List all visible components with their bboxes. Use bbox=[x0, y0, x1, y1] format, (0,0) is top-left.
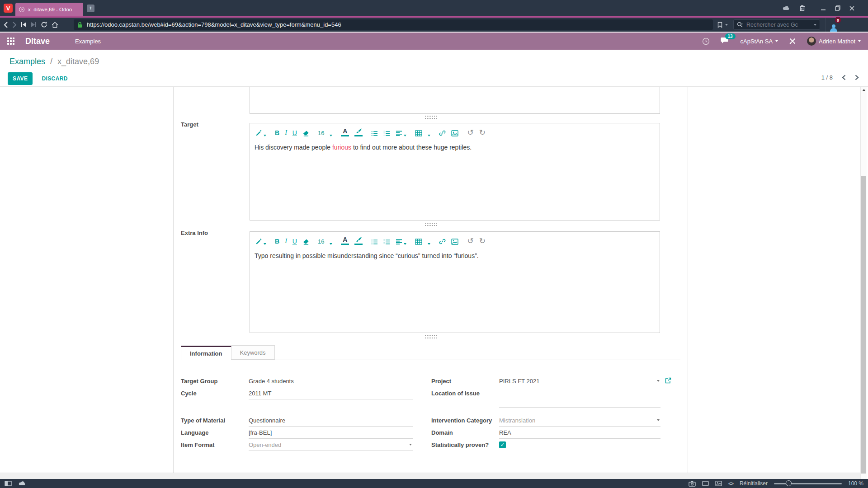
italic-button[interactable]: I bbox=[285, 237, 287, 245]
bold-button[interactable]: B bbox=[275, 128, 279, 136]
zoom-slider[interactable] bbox=[774, 483, 842, 484]
undo-icon[interactable]: ↺ bbox=[467, 128, 473, 136]
user-menu[interactable]: Adrien Mathot bbox=[807, 37, 861, 46]
text-color-button[interactable]: A bbox=[341, 236, 349, 245]
profile-button[interactable]: 0 bbox=[826, 18, 841, 32]
zoom-slider-knob[interactable] bbox=[786, 480, 792, 486]
highlight-color-button[interactable] bbox=[354, 237, 363, 245]
bookmark-icon[interactable] bbox=[717, 22, 722, 28]
apps-menu-icon[interactable] bbox=[7, 38, 14, 45]
editor-resize-handle[interactable] bbox=[425, 116, 437, 119]
underline-button[interactable]: U bbox=[292, 128, 297, 136]
extra-info-text[interactable]: Typo resulting in possible misunderstand… bbox=[250, 247, 660, 259]
redo-icon[interactable]: ↻ bbox=[479, 128, 486, 136]
editor-resize-handle[interactable] bbox=[425, 335, 437, 338]
italic-button[interactable]: I bbox=[285, 128, 287, 136]
vertical-scrollbar[interactable] bbox=[860, 87, 867, 479]
extra-info-editor[interactable]: B I U 16 A bbox=[250, 231, 660, 333]
home-button[interactable] bbox=[52, 22, 58, 28]
search-caret-icon[interactable] bbox=[814, 24, 816, 26]
table-dropdown[interactable] bbox=[415, 128, 430, 136]
zoom-reset-button[interactable]: Réinitialiser bbox=[740, 480, 768, 487]
new-tab-button[interactable]: + bbox=[87, 5, 94, 12]
company-switcher[interactable]: cApStAn SA bbox=[741, 38, 778, 45]
menu-examples[interactable]: Examples bbox=[75, 38, 101, 45]
forward-button[interactable] bbox=[12, 22, 17, 28]
activities-clock-icon[interactable] bbox=[702, 38, 710, 45]
language-input[interactable]: [fra-BEL] bbox=[249, 427, 413, 439]
pager-previous-icon[interactable] bbox=[842, 75, 846, 80]
statistically-proven-checkbox[interactable]: ✓ bbox=[499, 441, 506, 448]
close-button[interactable] bbox=[849, 6, 854, 11]
insert-image-icon[interactable] bbox=[451, 128, 458, 136]
fast-forward-button[interactable] bbox=[31, 22, 37, 28]
font-size-dropdown[interactable]: 16 bbox=[318, 128, 332, 136]
page-actions-code-icon[interactable]: <> bbox=[728, 481, 733, 486]
bullet-list-icon[interactable] bbox=[371, 237, 378, 245]
panel-toggle-icon[interactable] bbox=[5, 481, 12, 486]
type-of-material-input[interactable]: Questionnaire bbox=[249, 414, 413, 427]
align-dropdown[interactable] bbox=[396, 128, 406, 136]
browser-tab[interactable]: x_ditave,69 - Odoo bbox=[15, 3, 83, 16]
location-of-issue-underline[interactable] bbox=[499, 387, 660, 408]
project-external-link-icon[interactable] bbox=[665, 377, 671, 385]
capture-page-camera-icon[interactable] bbox=[689, 481, 696, 487]
target-text[interactable]: His discovery made people furious to fin… bbox=[250, 138, 660, 151]
app-name[interactable]: Ditave bbox=[25, 37, 50, 46]
style-wand-icon[interactable] bbox=[255, 237, 266, 245]
style-wand-icon[interactable] bbox=[255, 128, 266, 136]
cycle-input[interactable]: 2011 MT bbox=[249, 387, 413, 399]
item-format-select[interactable]: Open-ended bbox=[249, 439, 413, 451]
breadcrumb-parent-link[interactable]: Examples bbox=[9, 57, 45, 66]
image-toggle-icon[interactable] bbox=[715, 481, 722, 486]
trash-icon[interactable] bbox=[799, 5, 805, 11]
restore-button[interactable] bbox=[835, 5, 840, 11]
domain-input[interactable]: REA bbox=[499, 427, 660, 439]
page-tiling-icon[interactable] bbox=[702, 481, 709, 486]
vivaldi-menu-icon[interactable]: V bbox=[4, 4, 13, 13]
rewind-button[interactable] bbox=[21, 22, 27, 28]
insert-link-icon[interactable] bbox=[439, 128, 446, 136]
source-editor-partial[interactable] bbox=[250, 87, 660, 114]
insert-image-icon[interactable] bbox=[451, 237, 458, 245]
undo-icon[interactable]: ↺ bbox=[467, 237, 473, 245]
numbered-list-icon[interactable] bbox=[383, 237, 390, 245]
remove-format-eraser-icon[interactable] bbox=[302, 237, 309, 245]
insert-link-icon[interactable] bbox=[439, 237, 446, 245]
numbered-list-icon[interactable] bbox=[383, 128, 390, 136]
font-size-dropdown[interactable]: 16 bbox=[318, 237, 332, 245]
underline-button[interactable]: U bbox=[292, 237, 297, 245]
bookmark-caret-icon[interactable] bbox=[725, 24, 728, 26]
sync-status-cloud-icon[interactable] bbox=[18, 481, 26, 486]
editor-resize-handle[interactable] bbox=[425, 223, 437, 226]
messages-button[interactable]: 13 bbox=[721, 37, 730, 46]
url-field[interactable]: https://odoo.capstan.be/web#id=69&action… bbox=[74, 19, 713, 30]
pager-next-icon[interactable] bbox=[855, 75, 859, 80]
scrollbar-thumb[interactable] bbox=[861, 176, 866, 474]
bold-button[interactable]: B bbox=[275, 237, 279, 245]
target-editor[interactable]: B I U 16 A bbox=[250, 123, 660, 221]
bullet-list-icon[interactable] bbox=[371, 128, 378, 136]
discard-button[interactable]: DISCARD bbox=[42, 75, 67, 82]
redo-icon[interactable]: ↻ bbox=[479, 237, 486, 245]
text-color-button[interactable]: A bbox=[341, 128, 349, 136]
align-icon bbox=[396, 239, 402, 245]
search-engine-icon[interactable] bbox=[737, 22, 743, 28]
tab-information[interactable]: Information bbox=[181, 346, 231, 360]
save-button[interactable]: SAVE bbox=[8, 72, 33, 85]
reload-button[interactable] bbox=[41, 21, 47, 28]
sync-cloud-icon[interactable] bbox=[782, 5, 790, 11]
search-field[interactable]: Rechercher avec Gc bbox=[733, 19, 820, 30]
table-dropdown[interactable] bbox=[415, 237, 430, 245]
developer-tools-icon[interactable] bbox=[789, 38, 796, 45]
project-select[interactable]: PIRLS FT 2021 bbox=[499, 375, 660, 387]
scrollbar-up-arrow-icon[interactable] bbox=[862, 89, 866, 91]
remove-format-eraser-icon[interactable] bbox=[302, 128, 309, 136]
tab-keywords[interactable]: Keywords bbox=[231, 345, 275, 360]
back-button[interactable] bbox=[4, 22, 8, 28]
minimize-button[interactable] bbox=[821, 5, 826, 11]
highlight-color-button[interactable] bbox=[354, 128, 363, 136]
align-dropdown[interactable] bbox=[396, 237, 406, 245]
intervention-category-select[interactable]: Mistranslation bbox=[499, 414, 660, 427]
target-group-input[interactable]: Grade 4 students bbox=[249, 375, 413, 387]
